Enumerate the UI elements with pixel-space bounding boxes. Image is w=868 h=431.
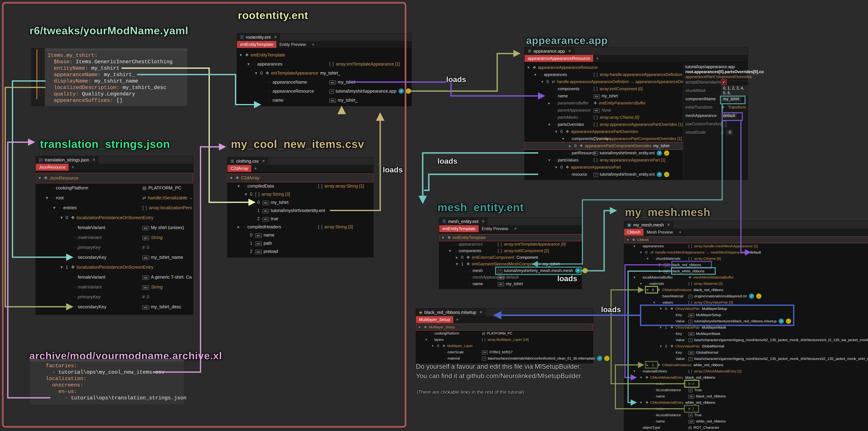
tree-row-CMaterialInstance[interactable]: ▾0❖CMaterialInstanceblack_red_ribbons bbox=[624, 287, 868, 293]
add-tab-button[interactable]: + bbox=[593, 55, 601, 62]
chevron-down-icon[interactable]: ▾ bbox=[432, 344, 437, 348]
tree-row-appearances[interactable]: ▾···appearances[ ]array:entTemplateAppea… bbox=[237, 59, 411, 68]
tree-row-localizationPersistenceOnScreenEntry[interactable]: ▾1❖localizationPersistenceOnScreenEntry bbox=[36, 262, 193, 272]
tree-row-materials[interactable]: ▾···materials[ ]array:IMaterial [2] bbox=[624, 281, 868, 287]
tree-row-materialEntries[interactable]: ▾···materialEntries[ ]array:CMeshMateria… bbox=[624, 368, 868, 374]
close-icon[interactable]: ✕ bbox=[479, 310, 483, 315]
chevron-down-icon[interactable]: ▾ bbox=[647, 257, 652, 261]
tree-row-Value[interactable]: ···Value↗tutorial\myshirt\textures\black… bbox=[624, 318, 868, 324]
tree-row-objectType[interactable]: ···objectType▤ROT_Character bbox=[624, 424, 868, 431]
tree-row-CMeshMaterialEntry[interactable]: ▾❖CMeshMaterialEntryblack_red_ribbons bbox=[624, 374, 868, 381]
tree-row-Multilayer_Layer[interactable]: ▾0❖Multilayer_Layer bbox=[416, 343, 593, 349]
open-file-icon[interactable]: ↗ bbox=[597, 356, 602, 361]
chevron-down-icon[interactable]: ▾ bbox=[627, 238, 632, 242]
tree-row-CMaterialInstance[interactable]: ▸1❖CMaterialInstancewhite_red_ribbons bbox=[624, 362, 868, 368]
tree-row-entries[interactable]: ▾···entries[ ]array:localizationPers bbox=[36, 203, 193, 213]
chevron-down-icon[interactable]: ▾ bbox=[640, 400, 645, 405]
tree-row-cookingPlatform[interactable]: ···cookingPlatform▤PLATFORM_PC bbox=[416, 330, 593, 337]
subtab-entEntityTemplate[interactable]: entEntityTemplate bbox=[439, 225, 478, 232]
tree-row-maleVariant[interactable]: ···maleVariantabcString bbox=[36, 233, 193, 242]
add-tab-button[interactable]: + bbox=[453, 316, 462, 323]
add-tab-button[interactable]: + bbox=[511, 225, 520, 232]
tree-row-secondaryKey[interactable]: ···secondaryKeyabcmy_tshirt_name bbox=[36, 252, 193, 262]
tree-row-localizationPersistenceOnScreenEntry[interactable]: ▾0❖localizationPersistenceOnScreenEntry bbox=[36, 213, 193, 223]
file-tab-csv[interactable]: ⊞clothing.csv✕ bbox=[227, 157, 268, 165]
open-file-icon[interactable]: ↗ bbox=[399, 88, 404, 94]
tree-row-entTemplateAppearance[interactable]: ▾0❖entTemplateAppearancemy_tshirt_ bbox=[237, 68, 411, 78]
close-icon[interactable]: ✕ bbox=[92, 157, 95, 162]
tree-row-Value[interactable]: ···Value↗base\characters\garment\gang_mo… bbox=[624, 355, 868, 362]
tree-row-appearanceResource[interactable]: ···appearanceResource↗tutorial\myshirt\a… bbox=[237, 87, 411, 95]
chevron-down-icon[interactable]: ▾ bbox=[640, 282, 645, 286]
chevron-down-icon[interactable]: ▾ bbox=[660, 325, 665, 329]
tree-row-entExternalComponent[interactable]: ▸0❖entExternalComponentComponent bbox=[439, 254, 581, 261]
archive-code-panel[interactable]: factories: - tutorial\ops\my_cool_new_it… bbox=[30, 359, 184, 405]
tree-row-appearances[interactable]: ···appearances[ ]array:entTemplateAppear… bbox=[439, 241, 581, 248]
subtab-entEntityTemplate[interactable]: entEntityTemplate bbox=[237, 41, 276, 48]
close-icon[interactable]: ✕ bbox=[274, 35, 277, 39]
file-tab-translation[interactable]: {i}translation_strings.json✕ bbox=[36, 156, 99, 164]
tree-row-preload[interactable]: 2abcpreload bbox=[228, 247, 373, 256]
tree-row-path[interactable]: 1abcpath bbox=[228, 239, 373, 247]
chevron-down-icon[interactable]: ▾ bbox=[247, 61, 253, 66]
tree-row-CMeshMaterialEntry[interactable]: ▾❖CMeshMaterialEntrywhite_red_ribbons bbox=[624, 399, 868, 406]
close-icon[interactable]: ✕ bbox=[482, 219, 485, 224]
tree-row-name[interactable]: 0abcname bbox=[228, 231, 373, 239]
tree-row-material[interactable]: ···material↗base\surfaces\materials\fabr… bbox=[416, 355, 593, 362]
tree-row-entGarmentSkinnedMeshComponent[interactable]: ▾1❖entGarmentSkinnedMeshComponentmy_tshi… bbox=[439, 261, 581, 267]
tree-row-secondaryKey[interactable]: ···secondaryKeyabcmy_tshirt_desc bbox=[36, 302, 193, 312]
tree-row-CKeyValuePair[interactable]: ▾2❖CKeyValuePairGlobalNormal bbox=[624, 343, 868, 349]
open-file-icon[interactable]: ↗ bbox=[657, 150, 662, 156]
prop-value[interactable]: 0 bbox=[727, 130, 733, 135]
prop-row-acceptDismemberment[interactable]: acceptDismemberment✓ bbox=[683, 78, 748, 86]
chevron-right-icon[interactable]: ▸ bbox=[456, 255, 461, 260]
tree-row-true[interactable]: 2abctrue bbox=[228, 214, 373, 223]
back-reference-icon[interactable]: ← bbox=[664, 150, 669, 156]
chevron-down-icon[interactable]: ▾ bbox=[660, 344, 665, 348]
chevron-down-icon[interactable]: ▾ bbox=[555, 129, 560, 134]
chevron-right-icon[interactable]: ▸ bbox=[238, 224, 243, 229]
prop-row-visualScale[interactable]: visualScaleX0 bbox=[683, 128, 748, 137]
tree-row-entEntityTemplate[interactable]: ▾❖entEntityTemplate bbox=[237, 50, 411, 59]
prop-row-useCustomTransform[interactable]: useCustomTransform✓ bbox=[683, 120, 748, 128]
prop-row-initialTransform[interactable]: initialTransform❖Transform bbox=[683, 103, 748, 111]
tree-row-Key[interactable]: ···KeyabcMultilayerMask bbox=[624, 331, 868, 337]
back-reference-icon[interactable]: ← bbox=[786, 319, 791, 324]
chevron-down-icon[interactable]: ▾ bbox=[527, 65, 533, 70]
tree-row-CMesh[interactable]: ▾❖CMesh bbox=[624, 237, 868, 243]
chevron-down-icon[interactable]: ▾ bbox=[660, 307, 665, 311]
tree-row-JsonResource[interactable]: ▾❖JsonResource bbox=[36, 173, 193, 183]
tree-row-name[interactable]: ···nameabcwhite_red_ribbons bbox=[624, 418, 868, 424]
prop-value[interactable]: my_tshirt bbox=[721, 96, 741, 102]
chevron-down-icon[interactable]: ▾ bbox=[534, 72, 539, 77]
add-tab-button[interactable]: + bbox=[309, 41, 317, 48]
tree-row-localMaterialBuffer[interactable]: ▾···localMaterialBuffer❖meshMeshMaterial… bbox=[624, 274, 868, 281]
open-file-icon[interactable]: ↗ bbox=[779, 319, 784, 324]
chevron-down-icon[interactable]: ▾ bbox=[230, 175, 236, 180]
close-icon[interactable]: ✕ bbox=[667, 223, 670, 227]
tree-row-colorScale[interactable]: ···colorScaleabc078fe3_b0f317 bbox=[416, 349, 593, 355]
subtab-Mesh Preview[interactable]: Mesh Preview bbox=[644, 229, 676, 236]
tree-row-maleVariant[interactable]: ···maleVariantabcString bbox=[36, 282, 193, 292]
back-reference-icon[interactable]: ← bbox=[582, 268, 588, 273]
chevron-down-icon[interactable]: ▾ bbox=[653, 300, 658, 305]
chevron-down-icon[interactable]: ▾ bbox=[555, 165, 560, 170]
tree-row-mesh[interactable]: ···mesh↗tutorial\myshirt\my_mesh.mesh.me… bbox=[439, 267, 581, 274]
tree-row-femaleVariant[interactable]: ···femaleVariantabcA generic T-shirt. Ca bbox=[36, 272, 193, 282]
tree-row-CKeyValuePair[interactable]: ▾0❖CKeyValuePairMultilayerSetup bbox=[624, 306, 868, 312]
file-tab-mesh_entity[interactable]: ☰mesh_entity.ent✕ bbox=[439, 218, 488, 225]
tree-row-chunkMaterials[interactable]: ▾···chunkMaterials[ ]array:CName [8] bbox=[624, 256, 868, 262]
tree-row-index[interactable]: ···index#0 bbox=[624, 381, 868, 387]
add-tab-button[interactable]: + bbox=[69, 164, 77, 171]
checked-checkbox[interactable]: ✓ bbox=[721, 79, 727, 85]
tree-row-cookingPlatform[interactable]: ···cookingPlatform▤PLATFORM_PC bbox=[36, 183, 193, 193]
tree-row-compiledData[interactable]: ▾···compiledData[ ]array:array:String [1… bbox=[228, 182, 373, 190]
subtab-C2dArray[interactable]: C2dArray bbox=[227, 165, 251, 172]
chevron-down-icon[interactable]: ▾ bbox=[633, 275, 639, 280]
chevron-down-icon[interactable]: ▾ bbox=[38, 175, 44, 181]
prop-row-meshAppearance[interactable]: meshAppearancedefault bbox=[683, 111, 748, 120]
tree-row-values[interactable]: ▾···values[ ]array:CKeyValuePair [3] bbox=[624, 299, 868, 306]
tree-row-primaryKey[interactable]: ···primaryKey#0 bbox=[36, 292, 193, 302]
subtab-JsonResource[interactable]: JsonResource bbox=[36, 164, 69, 171]
chevron-down-icon[interactable]: ▾ bbox=[548, 158, 553, 163]
